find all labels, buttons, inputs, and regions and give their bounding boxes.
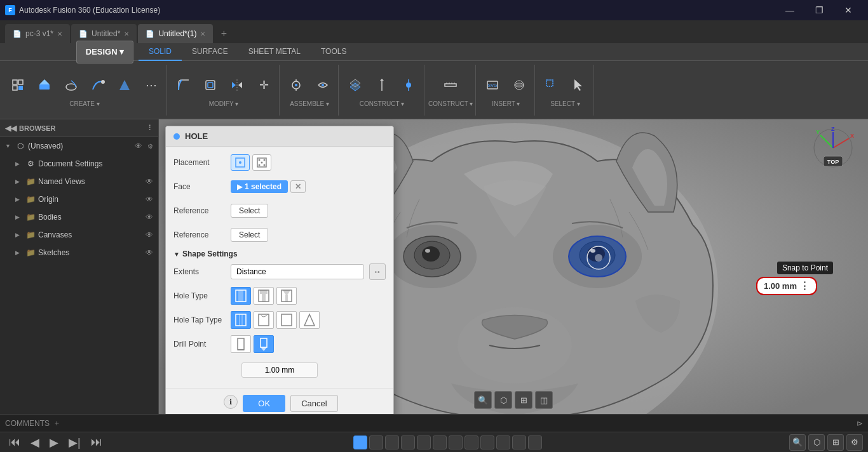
- tab-solid[interactable]: SOLID: [139, 43, 182, 61]
- browser-item-doc-settings[interactable]: ▶ ⚙ Document Settings: [0, 155, 158, 173]
- display-settings-button[interactable]: ◫: [535, 391, 553, 409]
- loft-button[interactable]: [112, 72, 137, 98]
- face-clear-button[interactable]: ✕: [290, 180, 306, 193]
- skip-end-button[interactable]: ⏭: [87, 435, 106, 450]
- reference-select-button-2[interactable]: Select: [231, 228, 268, 242]
- sketch-points-button[interactable]: [252, 154, 271, 171]
- fillet-button[interactable]: [171, 72, 196, 98]
- countersink-button[interactable]: [276, 287, 297, 305]
- sweep-button[interactable]: [85, 72, 111, 98]
- browser-item-canvases[interactable]: ▶ 📁 Canvases 👁: [0, 226, 158, 244]
- close-button[interactable]: ✕: [834, 0, 863, 20]
- zoom-button[interactable]: 🔍: [789, 434, 806, 451]
- view-cube-button[interactable]: ⬡: [494, 391, 512, 409]
- timeline-item[interactable]: [465, 435, 478, 449]
- browser-item-origin[interactable]: ▶ 📁 Origin 👁: [0, 190, 158, 208]
- view-toggle-button[interactable]: ⬡: [808, 434, 825, 451]
- prev-step-button[interactable]: ◀: [27, 435, 43, 450]
- simple-hole-button[interactable]: [231, 287, 251, 305]
- browser-menu[interactable]: ⋮: [146, 124, 153, 132]
- tab-close-button[interactable]: ✕: [124, 30, 129, 37]
- ok-button[interactable]: OK: [243, 395, 285, 412]
- browser-item-sketches[interactable]: ▶ 📁 Sketches 👁: [0, 244, 158, 262]
- visibility-icon[interactable]: 👁: [146, 213, 153, 222]
- revolve-button[interactable]: [58, 72, 84, 98]
- timeline-item[interactable]: [417, 435, 431, 449]
- timeline-item[interactable]: [385, 435, 399, 449]
- cancel-button[interactable]: Cancel: [290, 395, 337, 412]
- motion-button[interactable]: [310, 72, 336, 98]
- play-button[interactable]: ▶: [46, 435, 62, 450]
- maximize-button[interactable]: ❐: [804, 0, 834, 20]
- extrude-button[interactable]: [32, 72, 57, 98]
- tab-close-button[interactable]: ✕: [200, 30, 205, 37]
- grid-button[interactable]: ⊞: [827, 434, 844, 451]
- viewport-gizmo[interactable]: X Y Z TOP: [811, 126, 855, 170]
- expand-comments-button[interactable]: ⊳: [857, 419, 863, 428]
- shell-button[interactable]: [198, 72, 223, 98]
- mirror-button[interactable]: [224, 72, 250, 98]
- dimension-input[interactable]: [241, 362, 318, 378]
- flat-drill-button[interactable]: [231, 335, 251, 353]
- window-controls[interactable]: — ❐ ✕: [775, 0, 863, 20]
- tab-surface[interactable]: SURFACE: [182, 43, 238, 61]
- grid-toggle-button[interactable]: ⊞: [515, 391, 532, 409]
- insert-svg-button[interactable]: SVG: [480, 72, 505, 98]
- move-button[interactable]: ✛: [251, 72, 276, 98]
- tab-tools[interactable]: TOOLS: [311, 43, 356, 61]
- add-comment-button[interactable]: +: [55, 419, 59, 428]
- tab-pc3[interactable]: 📄 pc-3 v1* ✕: [5, 24, 70, 43]
- dim-menu-button[interactable]: ⋮: [799, 280, 810, 292]
- timeline-item[interactable]: [449, 435, 463, 449]
- axis-button[interactable]: [369, 72, 395, 98]
- viewport[interactable]: X Y Z TOP 1.00 mm ⋮ Snap to: [159, 119, 868, 414]
- timeline-item[interactable]: [512, 435, 526, 449]
- zoom-fit-button[interactable]: 🔍: [474, 391, 492, 409]
- back-arrow[interactable]: ◀◀: [5, 124, 17, 133]
- info-button[interactable]: ℹ: [224, 395, 238, 409]
- timeline-item[interactable]: [433, 435, 447, 449]
- face-selected-button[interactable]: ▶ 1 selected: [231, 180, 288, 193]
- timeline-item[interactable]: [369, 435, 383, 449]
- new-tab-button[interactable]: +: [214, 24, 233, 43]
- window-select-button[interactable]: [539, 72, 564, 98]
- shape-settings-header[interactable]: ▼ Shape Settings: [173, 249, 386, 258]
- measure-button[interactable]: [438, 72, 463, 98]
- settings-icon[interactable]: ⚙: [147, 143, 153, 150]
- tap2-button[interactable]: [276, 311, 297, 329]
- extents-input[interactable]: [231, 264, 364, 279]
- timeline-item[interactable]: [401, 435, 415, 449]
- next-step-button[interactable]: ▶|: [65, 435, 85, 450]
- timeline-item[interactable]: [480, 435, 494, 449]
- settings-button[interactable]: ⚙: [846, 434, 863, 451]
- browser-item-named-views[interactable]: ▶ 📁 Named Views 👁: [0, 173, 158, 190]
- offset-plane-button[interactable]: [342, 72, 368, 98]
- tap-button[interactable]: [254, 311, 274, 329]
- timeline-item[interactable]: [496, 435, 510, 449]
- minimize-button[interactable]: —: [775, 0, 804, 20]
- more-create-button[interactable]: ⋯: [139, 72, 164, 98]
- visibility-icon[interactable]: 👁: [146, 248, 153, 257]
- tab-sheet-metal[interactable]: SHEET METAL: [238, 43, 311, 61]
- visibility-icon[interactable]: 👁: [146, 195, 153, 204]
- timeline-item[interactable]: [353, 435, 367, 449]
- tap3-button[interactable]: [299, 311, 320, 329]
- browser-item-root[interactable]: ▼ ⬡ (Unsaved) 👁 ⚙: [0, 137, 158, 155]
- design-dropdown[interactable]: DESIGN ▾: [76, 41, 133, 63]
- cursor-button[interactable]: [566, 72, 591, 98]
- timeline-item[interactable]: [528, 435, 542, 449]
- visibility-icon[interactable]: 👁: [135, 142, 142, 150]
- new-component-button[interactable]: [5, 72, 31, 98]
- browser-item-bodies[interactable]: ▶ 📁 Bodies 👁: [0, 208, 158, 226]
- visibility-icon[interactable]: 👁: [146, 230, 153, 239]
- insert-mesh-button[interactable]: [506, 72, 532, 98]
- tab-untitled-1[interactable]: 📄 Untitled*(1) ✕: [138, 24, 213, 43]
- point-button[interactable]: [396, 72, 421, 98]
- flip-button[interactable]: ↔: [369, 263, 386, 280]
- single-point-button[interactable]: [231, 154, 250, 171]
- counterbore-button[interactable]: [254, 287, 274, 305]
- skip-start-button[interactable]: ⏮: [5, 435, 24, 450]
- dimension-tooltip[interactable]: 1.00 mm ⋮: [756, 277, 817, 295]
- no-tap-button[interactable]: [231, 311, 251, 329]
- tab-close-button[interactable]: ✕: [57, 30, 62, 37]
